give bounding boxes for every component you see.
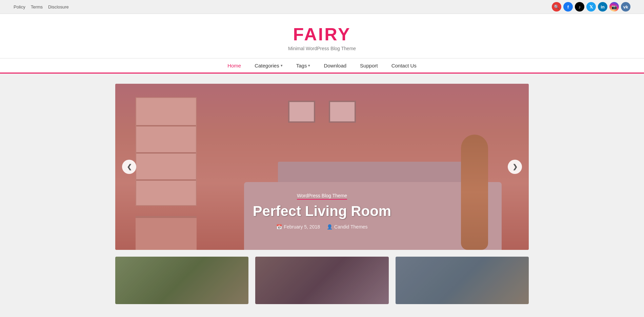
thumbnails-row bbox=[115, 257, 529, 304]
hero-meta: 📅 February 5, 2018 👤 Candid Themes bbox=[157, 224, 487, 230]
thumb-overlay bbox=[396, 257, 529, 304]
facebook-icon[interactable]: f bbox=[563, 2, 573, 12]
thumbnail-1[interactable] bbox=[115, 257, 248, 304]
main-content: ❮ ❯ WordPress Blog Theme Perfect Living … bbox=[102, 74, 542, 314]
user-icon: 👤 bbox=[327, 224, 333, 230]
slider-next-button[interactable]: ❯ bbox=[508, 160, 522, 174]
slider-prev-button[interactable]: ❮ bbox=[122, 160, 136, 174]
thumb-overlay bbox=[255, 257, 388, 304]
site-tagline: Minimal WordPress Blog Theme bbox=[7, 46, 637, 51]
chevron-down-icon: ▾ bbox=[281, 63, 283, 68]
search-icon[interactable]: 🔍 bbox=[552, 2, 561, 12]
terms-link[interactable]: Terms bbox=[31, 4, 43, 9]
thumb-overlay bbox=[115, 257, 248, 304]
nav-home[interactable]: Home bbox=[227, 63, 241, 68]
hero-slider: ❮ ❯ WordPress Blog Theme Perfect Living … bbox=[115, 84, 529, 250]
linkedin-icon[interactable]: in bbox=[598, 2, 607, 12]
hero-author: 👤 Candid Themes bbox=[327, 224, 368, 230]
nav-categories[interactable]: Categories ▾ bbox=[255, 63, 283, 68]
hero-title: Perfect Living Room bbox=[157, 203, 487, 219]
calendar-icon: 📅 bbox=[276, 224, 282, 230]
top-bar-social: 🔍 f ♪ 𝕏 in 📷 vk bbox=[552, 2, 630, 12]
policy-link[interactable]: Policy bbox=[14, 4, 25, 9]
hero-category: WordPress Blog Theme bbox=[297, 193, 347, 200]
top-bar: Policy Terms Disclosure 🔍 f ♪ 𝕏 in 📷 vk bbox=[0, 0, 644, 14]
twitter-icon[interactable]: 𝕏 bbox=[586, 2, 596, 12]
main-nav: Home Categories ▾ Tags ▾ Download Suppor… bbox=[0, 58, 644, 74]
nav-tags[interactable]: Tags ▾ bbox=[296, 63, 310, 68]
disclosure-link[interactable]: Disclosure bbox=[48, 4, 69, 9]
thumbnail-3[interactable] bbox=[396, 257, 529, 304]
vk-icon[interactable]: vk bbox=[621, 2, 630, 12]
site-header: FAIRY Minimal WordPress Blog Theme bbox=[0, 14, 644, 58]
nav-contact[interactable]: Contact Us bbox=[391, 63, 417, 68]
tiktok-icon[interactable]: ♪ bbox=[575, 2, 584, 12]
top-bar-links: Policy Terms Disclosure bbox=[14, 4, 69, 9]
thumbnail-2[interactable] bbox=[255, 257, 388, 304]
hero-date: 📅 February 5, 2018 bbox=[276, 224, 320, 230]
nav-support[interactable]: Support bbox=[360, 63, 378, 68]
site-title[interactable]: FAIRY bbox=[7, 24, 637, 44]
instagram-icon[interactable]: 📷 bbox=[609, 2, 619, 12]
hero-caption: WordPress Blog Theme Perfect Living Room… bbox=[157, 193, 487, 230]
chevron-down-icon: ▾ bbox=[308, 63, 310, 68]
nav-download[interactable]: Download bbox=[324, 63, 346, 68]
